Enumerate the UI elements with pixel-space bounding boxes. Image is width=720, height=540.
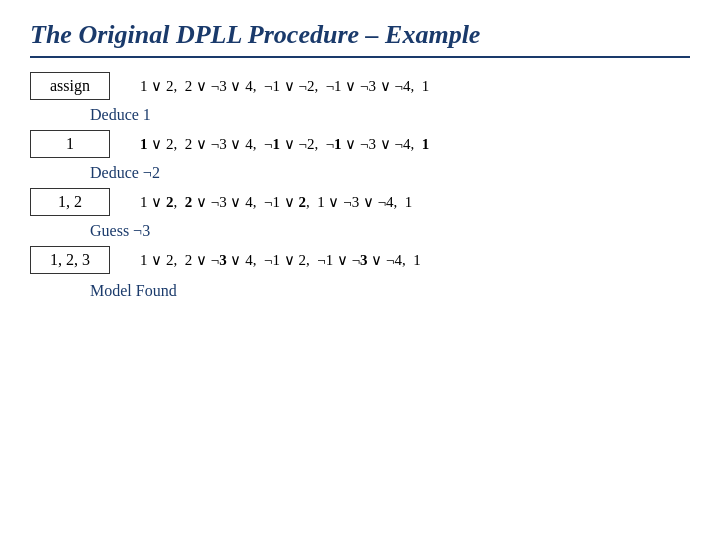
row-123: 1, 2, 3 1 ∨ 2, 2 ∨ ¬3 ∨ 4, ¬1 ∨ 2, ¬1 ∨ …	[30, 246, 690, 274]
content-area: assign 1 ∨ 2, 2 ∨ ¬3 ∨ 4, ¬1 ∨ ¬2, ¬1 ∨ …	[30, 72, 690, 300]
model-found-label: Model Found	[90, 282, 690, 300]
row1-formula: 1 ∨ 2, 2 ∨ ¬3 ∨ 4, ¬1 ∨ ¬2, ¬1 ∨ ¬3 ∨ ¬4…	[140, 135, 429, 153]
row123-box: 1, 2, 3	[30, 246, 110, 274]
row12-box: 1, 2	[30, 188, 110, 216]
row-1: 1 1 ∨ 2, 2 ∨ ¬3 ∨ 4, ¬1 ∨ ¬2, ¬1 ∨ ¬3 ∨ …	[30, 130, 690, 158]
assign-box: assign	[30, 72, 110, 100]
deduce2-label: Deduce ¬2	[90, 164, 690, 182]
row1-box: 1	[30, 130, 110, 158]
deduce1-label: Deduce 1	[90, 106, 690, 124]
page-title: The Original DPLL Procedure – Example	[30, 20, 690, 58]
row-12: 1, 2 1 ∨ 2, 2 ∨ ¬3 ∨ 4, ¬1 ∨ 2, 1 ∨ ¬3 ∨…	[30, 188, 690, 216]
assign-formula: 1 ∨ 2, 2 ∨ ¬3 ∨ 4, ¬1 ∨ ¬2, ¬1 ∨ ¬3 ∨ ¬4…	[140, 77, 429, 95]
guess3-label: Guess ¬3	[90, 222, 690, 240]
row12-formula: 1 ∨ 2, 2 ∨ ¬3 ∨ 4, ¬1 ∨ 2, 1 ∨ ¬3 ∨ ¬4, …	[140, 193, 412, 211]
assign-row: assign 1 ∨ 2, 2 ∨ ¬3 ∨ 4, ¬1 ∨ ¬2, ¬1 ∨ …	[30, 72, 690, 100]
row123-formula: 1 ∨ 2, 2 ∨ ¬3 ∨ 4, ¬1 ∨ 2, ¬1 ∨ ¬3 ∨ ¬4,…	[140, 251, 421, 269]
slide: The Original DPLL Procedure – Example as…	[0, 0, 720, 540]
